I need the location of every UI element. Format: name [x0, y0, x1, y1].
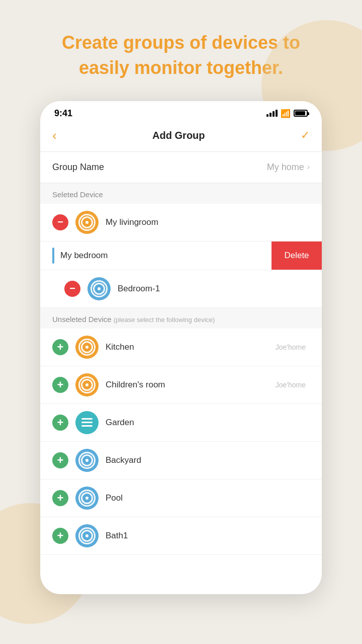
ring-icon — [78, 527, 96, 544]
device-location-childrens: Joe'home — [276, 381, 306, 389]
selected-header-text: Seleted Device — [52, 190, 103, 199]
device-name-livingroom: My livingroom — [106, 217, 310, 227]
remove-button[interactable]: − — [52, 214, 68, 230]
ring-icon — [78, 214, 96, 231]
device-icon-bedroom1 — [87, 277, 111, 300]
device-name-garden: Garden — [106, 418, 310, 428]
remove-button[interactable]: − — [64, 281, 80, 297]
ring-icon — [78, 452, 96, 469]
battery-icon — [294, 110, 308, 117]
bedroom-group-row: My bedroom Delete — [40, 242, 322, 270]
device-icon-bath1 — [75, 524, 99, 547]
group-name-label: Group Name — [52, 162, 104, 173]
device-icon-childrens — [75, 373, 99, 396]
table-row: − Bedroom-1 — [40, 270, 322, 308]
device-icon-kitchen — [75, 336, 99, 359]
signal-icon — [266, 110, 278, 117]
group-divider-line — [52, 248, 54, 264]
delete-button[interactable]: Delete — [272, 242, 322, 270]
ring-icon — [78, 339, 96, 356]
device-name-bath1: Bath1 — [106, 531, 310, 541]
page-title: Add Group — [152, 130, 205, 141]
nav-bar: ‹ Add Group ✓ — [40, 123, 322, 152]
add-button[interactable]: + — [52, 528, 68, 544]
table-row: − My livingroom — [40, 204, 322, 242]
add-button[interactable]: + — [52, 415, 68, 431]
back-button[interactable]: ‹ — [52, 128, 57, 143]
unselected-header-text: Unseleted Device — [52, 315, 112, 324]
status-time: 9:41 — [54, 108, 72, 119]
selected-device-list: − My livingroom My bedroom Delete − Bedr… — [40, 204, 322, 308]
device-icon-backyard — [75, 449, 99, 472]
list-item: + Bath1 — [40, 517, 322, 555]
ring-icon — [78, 376, 96, 393]
device-name-pool: Pool — [106, 493, 310, 503]
add-button[interactable]: + — [52, 339, 68, 355]
add-button[interactable]: + — [52, 452, 68, 468]
device-icon-pool — [75, 487, 99, 510]
device-location-kitchen: Joe'home — [276, 343, 306, 351]
list-item: + Kitchen Joe'home — [40, 329, 322, 366]
list-item: + Children's room Joe'home — [40, 366, 322, 404]
list-item: + Pool — [40, 479, 322, 517]
status-icons: 📶 — [266, 109, 308, 118]
wifi-icon: 📶 — [281, 109, 291, 118]
chevron-right-icon: › — [307, 163, 310, 172]
add-button[interactable]: + — [52, 490, 68, 506]
group-name-value[interactable]: My home › — [267, 162, 310, 173]
status-bar: 9:41 📶 — [40, 101, 322, 123]
group-name-row[interactable]: Group Name My home › — [40, 152, 322, 183]
unselected-section-header: Unseleted Device (please select the foll… — [40, 308, 322, 329]
selected-section-header: Seleted Device — [40, 183, 322, 204]
list-item: + Backyard — [40, 442, 322, 479]
unselected-device-list: + Kitchen Joe'home + Children's room Joe… — [40, 329, 322, 555]
add-button[interactable]: + — [52, 377, 68, 393]
phone-frame: 9:41 📶 ‹ Add Group ✓ Group Name My home … — [40, 101, 322, 594]
device-name-bedroom1: Bedroom-1 — [118, 284, 310, 294]
device-name-childrens: Children's room — [106, 380, 276, 390]
device-icon-livingroom — [75, 211, 99, 234]
list-item: + Garden — [40, 404, 322, 442]
device-name-backyard: Backyard — [106, 455, 310, 465]
unselected-note-text: (please select the following device) — [114, 316, 215, 324]
device-name-kitchen: Kitchen — [106, 342, 276, 352]
confirm-button[interactable]: ✓ — [301, 129, 310, 142]
lines-icon — [78, 414, 96, 431]
ring-icon — [78, 490, 96, 507]
ring-icon — [90, 280, 108, 297]
group-name-text: My home — [267, 162, 304, 173]
device-icon-garden — [75, 411, 99, 434]
